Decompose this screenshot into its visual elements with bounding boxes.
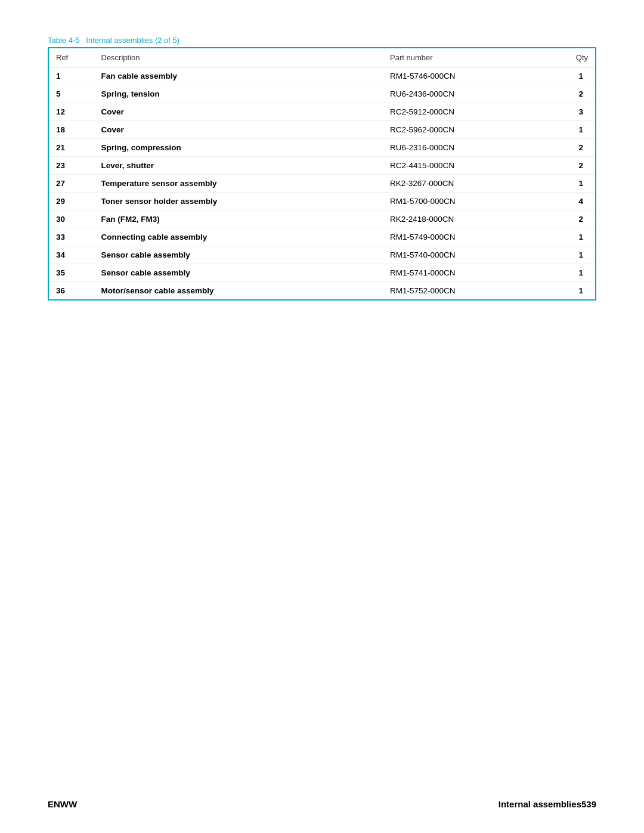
cell-ref: 35 [48,264,94,282]
table-row: 5Spring, tensionRU6-2436-000CN2 [48,85,596,103]
cell-ref: 23 [48,157,94,175]
cell-part-number: RM1-5700-000CN [383,193,550,210]
cell-description: Fan cable assembly [94,67,383,85]
table-row: 18CoverRC2-5962-000CN1 [48,121,596,139]
cell-ref: 1 [48,67,94,85]
page-container: Table 4-5 Internal assemblies (2 of 5) R… [0,0,644,833]
cell-part-number: RC2-5962-000CN [383,121,550,139]
table-caption: Table 4-5 Internal assemblies (2 of 5) [48,36,596,47]
cell-part-number: RM1-5746-000CN [383,67,550,85]
cell-qty: 1 [550,228,596,246]
cell-part-number: RK2-2418-000CN [383,210,550,228]
cell-qty: 2 [550,157,596,175]
table-title: Internal assemblies (2 of 5) [86,36,179,45]
cell-part-number: RM1-5749-000CN [383,228,550,246]
cell-ref: 5 [48,85,94,103]
table-row: 21Spring, compressionRU6-2316-000CN2 [48,139,596,157]
table-row: 34Sensor cable assemblyRM1-5740-000CN1 [48,246,596,264]
cell-qty: 2 [550,210,596,228]
cell-ref: 29 [48,193,94,210]
table-row: 33Connecting cable assemblyRM1-5749-000C… [48,228,596,246]
cell-ref: 21 [48,139,94,157]
page-footer: ENWW Internal assemblies539 [48,799,596,809]
cell-ref: 18 [48,121,94,139]
cell-description: Temperature sensor assembly [94,175,383,193]
table-row: 30Fan (FM2, FM3)RK2-2418-000CN2 [48,210,596,228]
parts-table: Ref Description Part number Qty 1Fan cab… [48,47,596,301]
cell-ref: 12 [48,103,94,121]
footer-right: Internal assemblies539 [499,799,596,809]
cell-description: Connecting cable assembly [94,228,383,246]
table-row: 1Fan cable assemblyRM1-5746-000CN1 [48,67,596,85]
header-qty: Qty [550,48,596,67]
cell-description: Spring, tension [94,85,383,103]
table-row: 35Sensor cable assemblyRM1-5741-000CN1 [48,264,596,282]
table-row: 29Toner sensor holder assemblyRM1-5700-0… [48,193,596,210]
cell-qty: 1 [550,282,596,301]
cell-part-number: RK2-3267-000CN [383,175,550,193]
cell-qty: 1 [550,67,596,85]
cell-description: Sensor cable assembly [94,246,383,264]
cell-qty: 1 [550,246,596,264]
table-row: 12CoverRC2-5912-000CN3 [48,103,596,121]
cell-part-number: RM1-5740-000CN [383,246,550,264]
table-row: 36Motor/sensor cable assemblyRM1-5752-00… [48,282,596,301]
cell-description: Spring, compression [94,139,383,157]
cell-part-number: RM1-5741-000CN [383,264,550,282]
cell-description: Fan (FM2, FM3) [94,210,383,228]
cell-description: Cover [94,103,383,121]
cell-qty: 4 [550,193,596,210]
cell-part-number: RC2-5912-000CN [383,103,550,121]
cell-qty: 1 [550,175,596,193]
cell-ref: 27 [48,175,94,193]
cell-ref: 34 [48,246,94,264]
cell-description: Toner sensor holder assembly [94,193,383,210]
cell-part-number: RC2-4415-000CN [383,157,550,175]
header-ref: Ref [48,48,94,67]
footer-left: ENWW [48,799,77,809]
cell-description: Cover [94,121,383,139]
cell-qty: 2 [550,139,596,157]
cell-qty: 2 [550,85,596,103]
cell-description: Motor/sensor cable assembly [94,282,383,301]
header-description: Description [94,48,383,67]
cell-description: Sensor cable assembly [94,264,383,282]
cell-part-number: RU6-2316-000CN [383,139,550,157]
cell-qty: 1 [550,264,596,282]
cell-description: Lever, shutter [94,157,383,175]
table-number: Table 4-5 [48,36,79,45]
cell-qty: 1 [550,121,596,139]
table-row: 27Temperature sensor assemblyRK2-3267-00… [48,175,596,193]
table-header-row: Ref Description Part number Qty [48,48,596,67]
cell-ref: 30 [48,210,94,228]
cell-ref: 33 [48,228,94,246]
cell-part-number: RU6-2436-000CN [383,85,550,103]
cell-ref: 36 [48,282,94,301]
header-part-number: Part number [383,48,550,67]
table-row: 23Lever, shutterRC2-4415-000CN2 [48,157,596,175]
cell-part-number: RM1-5752-000CN [383,282,550,301]
cell-qty: 3 [550,103,596,121]
